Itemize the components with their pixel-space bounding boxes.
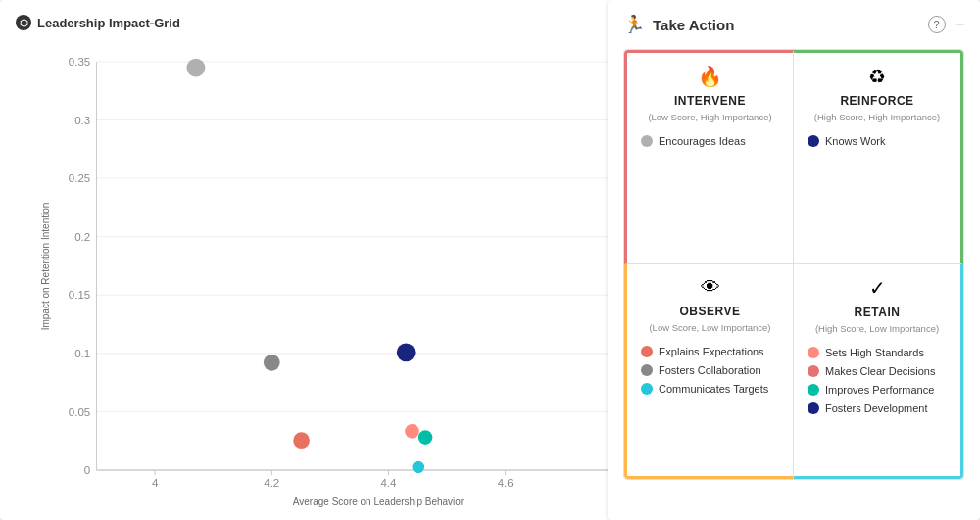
quadrant-retain: ✓ RETAIN (High Score, Low Importance) Se… [794,264,963,479]
intervene-icon: 🔥 [641,65,779,88]
observe-subtitle: (Low Score, Low Importance) [641,322,779,333]
dot-fosters-collaboration [264,355,280,371]
dot-communicates-targets [413,461,425,474]
action-title-icon: 🏃 [623,14,645,35]
svg-text:0.3: 0.3 [74,115,90,126]
legend-label-explains-expectations: Explains Expectations [659,346,764,357]
retain-name: RETAIN [808,306,947,319]
observe-icon: 👁 [641,276,779,299]
legend-communicates-targets: Communicates Targets [641,383,779,395]
reinforce-name: REINFORCE [808,94,947,108]
legend-label-knows-work: Knows Work [825,135,886,147]
legend-dot-fosters-development [808,402,819,414]
quadrant-observe: 👁 OBSERVE (Low Score, Low Importance) Ex… [624,264,794,479]
svg-text:4.2: 4.2 [264,477,279,489]
dot-explains-expectations [293,432,310,449]
svg-text:0: 0 [84,464,90,476]
y-axis-label: Impact on Retention Intention [40,203,51,331]
retain-subtitle: (High Score, Low Importance) [808,323,947,334]
legend-dot-makes-clear-decisions [808,365,819,377]
chart-title: ⬡ Leadership Impact-Grid [16,15,180,30]
legend-label-fosters-collaboration: Fosters Collaboration [659,364,761,376]
svg-text:4: 4 [152,477,159,489]
reinforce-subtitle: (High Score, High Importance) [808,112,947,122]
svg-text:⬡: ⬡ [20,18,28,28]
svg-text:0.25: 0.25 [69,172,90,184]
svg-text:0.1: 0.1 [74,348,90,359]
legend-dot-improves-performance [808,384,819,396]
svg-text:0.15: 0.15 [69,289,90,301]
legend-label-improves-performance: Improves Performance [825,384,934,396]
legend-dot-explains-expectations [641,346,653,357]
legend-dot-sets-high-standards [808,347,819,358]
action-controls: ? − [928,16,964,33]
legend-label-makes-clear-decisions: Makes Clear Decisions [825,365,935,377]
legend-improves-performance: Improves Performance [808,384,947,396]
svg-text:0.2: 0.2 [74,231,90,243]
reinforce-icon: ♻ [808,65,947,88]
legend-encourages-ideas: Encourages Ideas [641,135,779,147]
legend-fosters-development: Fosters Development [808,402,947,414]
quadrant-grid: 🔥 INTERVENE (Low Score, High Importance)… [623,49,964,480]
intervene-name: INTERVENE [641,94,779,108]
quadrant-intervene: 🔥 INTERVENE (Low Score, High Importance)… [624,50,794,264]
legend-dot-knows-work [808,135,819,147]
action-panel: 🏃 Take Action ? − 🔥 INTERVENE (Low Score… [608,0,980,520]
action-title-text: Take Action [653,17,734,33]
retain-icon: ✓ [808,276,947,300]
action-close-button[interactable]: − [956,16,964,33]
legend-dot-encourages-ideas [641,135,653,147]
legend-dot-fosters-collaboration [641,364,653,376]
svg-text:4.6: 4.6 [498,477,514,489]
observe-name: OBSERVE [641,305,779,318]
legend-explains-expectations: Explains Expectations [641,346,779,357]
legend-label-fosters-development: Fosters Development [825,402,928,414]
legend-label-sets-high-standards: Sets High Standards [825,347,924,358]
legend-knows-work: Knows Work [808,135,947,147]
svg-text:0.35: 0.35 [69,56,90,68]
action-header: 🏃 Take Action ? − [623,14,964,35]
chart-title-text: Leadership Impact-Grid [37,16,180,30]
svg-text:4.4: 4.4 [380,477,397,489]
legend-dot-communicates-targets [641,383,653,395]
x-axis-label: Average Score on Leadership Behavior [293,496,464,507]
legend-makes-clear-decisions: Makes Clear Decisions [808,365,947,377]
action-help-button[interactable]: ? [928,16,946,33]
chart-title-icon: ⬡ [16,15,31,30]
legend-label-communicates-targets: Communicates Targets [659,383,768,395]
dot-sets-high-standards [405,424,419,439]
quadrant-reinforce: ♻ REINFORCE (High Score, High Importance… [794,50,963,264]
intervene-subtitle: (Low Score, High Importance) [641,112,779,122]
svg-text:0.05: 0.05 [69,406,90,418]
dot-knows-work [397,343,416,361]
action-title: 🏃 Take Action [623,14,734,35]
legend-label-encourages-ideas: Encourages Ideas [659,135,746,147]
legend-fosters-collaboration: Fosters Collaboration [641,364,779,376]
dot-encourages-ideas [187,59,206,77]
legend-sets-high-standards: Sets High Standards [808,347,947,358]
dot-improves-performance [418,430,433,445]
main-container: ⬡ Leadership Impact-Grid ? ⤢ − Impact on… [0,0,980,520]
